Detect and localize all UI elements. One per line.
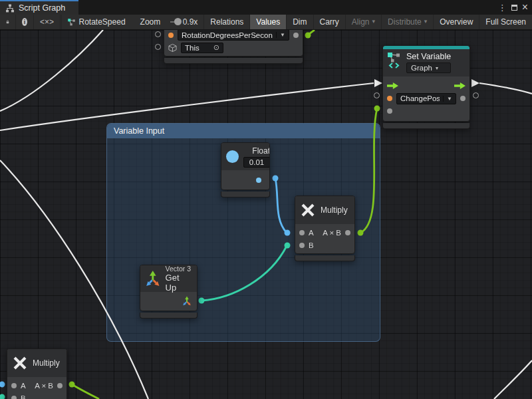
- node-title: Float: [252, 146, 270, 156]
- node-title: Multiply: [321, 205, 348, 215]
- window-controls: ⋮ ×: [498, 0, 532, 15]
- tab-bar: Script Graph ⋮ ×: [0, 0, 532, 15]
- vector3-axes-icon: [145, 270, 161, 288]
- node-float-literal[interactable]: Float 0.01: [221, 142, 270, 198]
- wire-white-bottomright[interactable]: [494, 360, 532, 399]
- wire-green-getvariable-output[interactable]: [308, 30, 315, 35]
- target-object-field[interactable]: This ⊙: [181, 43, 223, 53]
- multiply-x-icon: [300, 202, 316, 218]
- variable-name-dropdown[interactable]: ChangePos ▼: [396, 93, 456, 104]
- toolbar-button-overview[interactable]: Overview: [434, 15, 479, 29]
- target-object-value: This: [185, 44, 213, 52]
- window-menu-icon[interactable]: ⋮: [498, 3, 507, 12]
- info-icon: i: [22, 18, 27, 26]
- toolbar-button-align[interactable]: Align: [346, 15, 382, 29]
- input-port-b[interactable]: [299, 243, 305, 248]
- node-multiply[interactable]: Multiply A A × B B: [295, 196, 355, 261]
- input-port-b[interactable]: [11, 396, 17, 399]
- node-title: Get Up: [166, 273, 192, 293]
- graph-canvas[interactable]: Variable Input: [0, 30, 532, 399]
- zoom-slider[interactable]: [170, 21, 176, 23]
- node-vector3-get-up[interactable]: Vector 3 Get Up: [140, 265, 198, 319]
- output-port[interactable]: [256, 178, 261, 183]
- flow-out-port[interactable]: [454, 82, 466, 89]
- zoom-label: Zoom: [131, 15, 167, 29]
- zoom-value: 0.9x: [182, 15, 205, 29]
- output-port[interactable]: [293, 33, 299, 38]
- output-port[interactable]: [473, 92, 479, 98]
- input-port-a[interactable]: [11, 383, 17, 388]
- lock-icon: [6, 18, 9, 26]
- input-port[interactable]: [374, 92, 380, 98]
- wire-white-topleft[interactable]: [0, 30, 103, 111]
- float-type-icon: [226, 150, 239, 163]
- group-header[interactable]: Variable Input: [107, 124, 380, 138]
- toolbar-button-carry[interactable]: Carry: [314, 15, 346, 29]
- output-port[interactable]: [460, 96, 466, 101]
- input-port[interactable]: [387, 108, 392, 114]
- input-port[interactable]: [155, 31, 161, 37]
- graph-toolbar: i <×> RotateSpeed Zoom 0.9x Relations Va…: [0, 15, 532, 30]
- code-view-button[interactable]: <×>: [34, 15, 61, 29]
- node-get-variable[interactable]: RotationDegreesPerSecond ▼ This ⊙: [164, 30, 303, 64]
- output-port[interactable]: [57, 383, 63, 388]
- wire-endpoint: [374, 106, 380, 112]
- input-port-a[interactable]: [299, 230, 305, 235]
- node-multiply-2[interactable]: Multiply A A × B B: [7, 348, 67, 399]
- port-label-out: A × B: [35, 382, 53, 390]
- node-title: Set Variable: [406, 52, 451, 61]
- node-type-label: Vector 3: [166, 265, 192, 273]
- graph-name: RotateSpeed: [79, 17, 126, 27]
- group-title: Variable Input: [114, 126, 164, 136]
- flow-arrowhead-in: [374, 79, 382, 87]
- tab-title: Script Graph: [19, 3, 65, 13]
- set-variable-icon: [387, 52, 402, 69]
- port-label-a: A: [21, 382, 26, 390]
- node-footer: [295, 255, 355, 261]
- float-value: 0.01: [249, 158, 264, 166]
- multiply-x-icon: [12, 355, 28, 371]
- port-label-out: A × B: [323, 229, 341, 237]
- flow-in-port[interactable]: [387, 82, 398, 89]
- graph-reference-breadcrumb[interactable]: RotateSpeed: [62, 15, 131, 29]
- toolbar-button-fullscreen[interactable]: Full Screen: [479, 15, 532, 29]
- wire-multiply2-output[interactable]: [72, 384, 99, 399]
- script-graph-window: Script Graph ⋮ × i <×>: [0, 0, 532, 399]
- port-label-b: B: [21, 394, 26, 399]
- port-label-b: B: [309, 241, 314, 249]
- close-icon[interactable]: ×: [522, 2, 528, 13]
- port-label-a: A: [309, 229, 314, 237]
- gameobject-cube-icon: [168, 43, 177, 53]
- toolbar-button-distribute[interactable]: Distribute: [382, 15, 434, 29]
- chevron-down-icon: ▼: [276, 32, 285, 38]
- graph-asset-icon: [67, 18, 76, 27]
- node-footer: [140, 313, 198, 319]
- node-title: Multiply: [33, 358, 60, 368]
- vector3-output-port[interactable]: [182, 296, 192, 307]
- variable-name-dropdown[interactable]: RotationDegreesPerSecond ▼: [178, 30, 289, 41]
- object-picker-icon[interactable]: ⊙: [213, 43, 219, 52]
- toolbar-button-dim[interactable]: Dim: [287, 15, 313, 29]
- wire-flow-out-of-set-variable[interactable]: [479, 83, 532, 94]
- wire-endpoint: [0, 382, 5, 388]
- variable-name: RotationDegreesPerSecond: [182, 31, 273, 39]
- tab-script-graph[interactable]: Script Graph: [0, 0, 78, 15]
- node-footer: [221, 192, 270, 198]
- input-port[interactable]: [155, 44, 161, 50]
- info-button[interactable]: i: [16, 15, 34, 29]
- wire-endpoint: [69, 382, 75, 388]
- flow-arrowhead-out: [471, 79, 479, 87]
- value-port[interactable]: [387, 96, 392, 101]
- value-port[interactable]: [168, 33, 174, 38]
- toolbar-button-values[interactable]: Values: [250, 15, 287, 29]
- wire-endpoint: [305, 33, 311, 39]
- lock-button[interactable]: [0, 15, 16, 29]
- float-value-field[interactable]: 0.01: [243, 157, 270, 168]
- maximize-icon[interactable]: [511, 5, 517, 11]
- output-port[interactable]: [345, 230, 350, 235]
- toolbar-button-relations[interactable]: Relations: [204, 15, 250, 29]
- node-footer: [382, 123, 470, 129]
- variable-scope-dropdown[interactable]: Graph: [406, 63, 451, 73]
- node-set-variable[interactable]: Set Variable Graph: [382, 45, 470, 129]
- variable-name: ChangePos: [400, 94, 440, 102]
